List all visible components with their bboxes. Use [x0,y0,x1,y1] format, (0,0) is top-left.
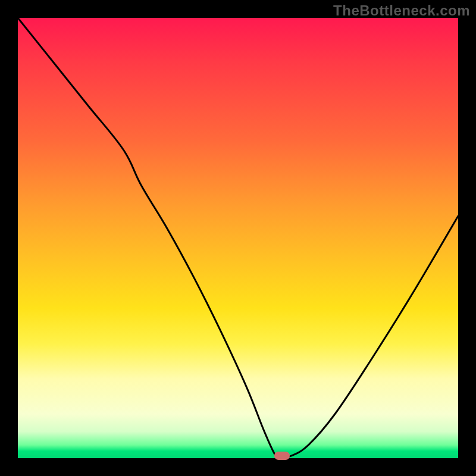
chart-root: TheBottleneck.com [0,0,476,476]
curve-path [18,18,458,458]
optimum-marker [274,452,290,460]
bottleneck-curve [18,18,458,458]
plot-area [18,18,458,458]
attribution-text: TheBottleneck.com [333,2,470,19]
